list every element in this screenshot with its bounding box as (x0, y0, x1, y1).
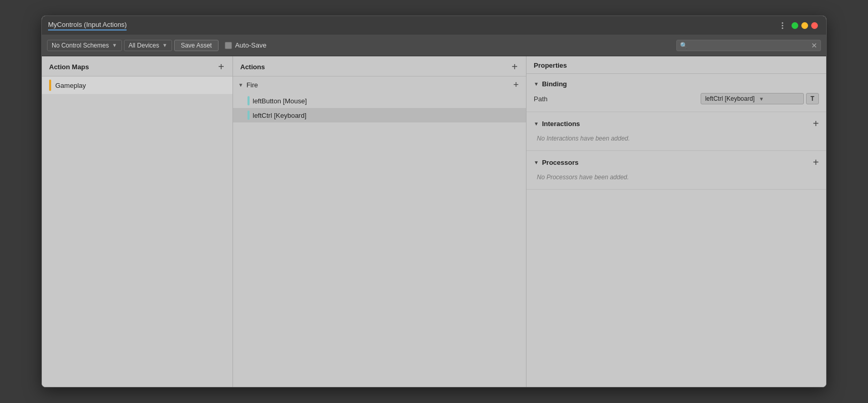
processors-empty-message: No Processors have been added. (526, 169, 826, 185)
save-asset-button[interactable]: Save Asset (174, 40, 219, 51)
autosave-label: Auto-Save (235, 41, 267, 49)
processors-expand-icon: ▼ (534, 160, 539, 165)
properties-spacer (526, 190, 826, 387)
binding-left-button-mouse[interactable]: leftButton [Mouse] (233, 94, 526, 108)
actions-title: Actions (240, 63, 265, 71)
maximize-button[interactable] (801, 22, 808, 29)
fire-expand-icon: ▼ (238, 82, 243, 88)
control-schemes-label: No Control Schemes (52, 42, 109, 49)
t-button[interactable]: T (806, 93, 819, 104)
binding-section-title: Binding (542, 80, 819, 88)
binding-expand-icon: ▼ (534, 81, 539, 87)
control-schemes-dropdown[interactable]: No Control Schemes ▼ (47, 40, 122, 51)
window-title: MyControls (Input Actions) (48, 21, 127, 30)
add-action-button[interactable]: + (510, 61, 519, 72)
add-processor-button[interactable]: + (813, 157, 819, 167)
search-area: 🔍 ✕ (676, 40, 821, 51)
all-devices-dropdown[interactable]: All Devices ▼ (124, 40, 172, 51)
control-schemes-arrow-icon: ▼ (112, 42, 117, 48)
autosave-checkbox[interactable] (225, 42, 232, 49)
actions-header: Actions + (233, 56, 526, 76)
binding-color-bar-keyboard (247, 111, 250, 120)
actions-spacer (233, 122, 526, 387)
search-input[interactable] (690, 42, 811, 49)
properties-panel: Properties ▼ Binding Path leftCtrl [Keyb… (526, 56, 826, 387)
main-window: MyControls (Input Actions) No Control Sc… (41, 16, 827, 388)
binding-color-bar-mouse (247, 96, 250, 105)
path-dropdown-arrow-icon: ▼ (759, 96, 764, 102)
binding-left-ctrl-keyboard[interactable]: leftCtrl [Keyboard] (233, 108, 526, 122)
action-maps-title: Action Maps (49, 63, 89, 71)
interactions-section-header: ▼ Interactions + (526, 116, 826, 131)
path-row: Path leftCtrl [Keyboard] ▼ T (526, 90, 826, 107)
close-button[interactable] (811, 22, 818, 29)
autosave-area: Auto-Save (225, 41, 267, 49)
binding-label-mouse: leftButton [Mouse] (253, 97, 307, 105)
minimize-button[interactable] (792, 22, 798, 29)
main-content: Action Maps + Gameplay Actions + ▼ Fire … (42, 56, 826, 387)
more-options-icon[interactable] (778, 21, 786, 29)
interactions-expand-icon: ▼ (534, 121, 539, 127)
interactions-section-title: Interactions (542, 120, 810, 128)
all-devices-label: All Devices (129, 42, 159, 49)
action-fire-label: Fire (246, 81, 510, 89)
search-icon: 🔍 (680, 42, 688, 49)
properties-title: Properties (534, 61, 567, 69)
add-interaction-button[interactable]: + (813, 118, 819, 129)
processors-section: ▼ Processors + No Processors have been a… (526, 151, 826, 190)
binding-section: ▼ Binding Path leftCtrl [Keyboard] ▼ T (526, 74, 826, 112)
action-map-gameplay[interactable]: Gameplay (42, 76, 233, 94)
processors-section-header: ▼ Processors + (526, 155, 826, 169)
action-map-label: Gameplay (55, 82, 86, 89)
title-bar: MyControls (Input Actions) (42, 16, 826, 35)
action-maps-header: Action Maps + (42, 56, 233, 76)
path-value-area: leftCtrl [Keyboard] ▼ T (579, 93, 819, 104)
actions-panel: Actions + ▼ Fire + leftButton [Mouse] le… (233, 56, 526, 387)
action-maps-panel: Action Maps + Gameplay (42, 56, 233, 387)
action-map-color-bar (49, 80, 51, 91)
all-devices-arrow-icon: ▼ (162, 42, 167, 48)
path-value: leftCtrl [Keyboard] (705, 95, 755, 102)
action-maps-spacer (42, 94, 233, 387)
add-action-map-button[interactable]: + (217, 61, 225, 72)
path-label: Path (534, 95, 575, 103)
interactions-section: ▼ Interactions + No Interactions have be… (526, 112, 826, 151)
action-fire[interactable]: ▼ Fire + (233, 76, 526, 94)
path-dropdown[interactable]: leftCtrl [Keyboard] ▼ (701, 93, 804, 104)
add-fire-binding-button[interactable]: + (513, 80, 519, 90)
toolbar: No Control Schemes ▼ All Devices ▼ Save … (42, 35, 826, 56)
interactions-empty-message: No Interactions have been added. (526, 131, 826, 146)
window-controls (778, 21, 818, 29)
binding-section-header: ▼ Binding (526, 78, 826, 90)
binding-label-keyboard: leftCtrl [Keyboard] (253, 112, 306, 119)
properties-header: Properties (526, 56, 826, 74)
search-clear-icon[interactable]: ✕ (811, 41, 817, 50)
processors-section-title: Processors (542, 159, 810, 166)
